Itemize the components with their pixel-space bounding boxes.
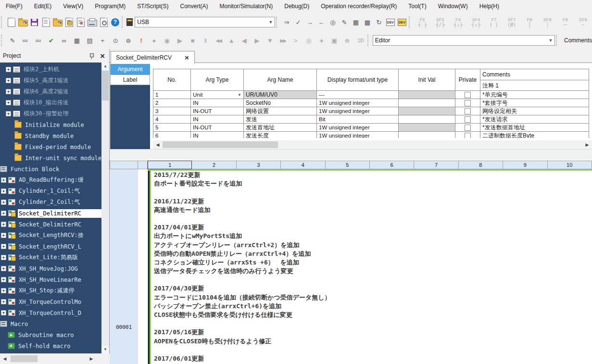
stopwatch-button[interactable]: ⊕ <box>341 34 353 47</box>
menu-monitor-simulator[interactable]: Monitor/Simulator(N) <box>214 0 279 13</box>
cell-comment[interactable]: *套接字号 <box>480 99 589 107</box>
ladder-column-6[interactable]: 6 <box>370 161 414 169</box>
trace-setting-button[interactable]: ⊚ <box>123 34 135 47</box>
tree-item[interactable]: +Socket_DelimiterRC <box>0 208 101 219</box>
cell-arg-name[interactable]: 发送长度 <box>244 132 317 138</box>
write-to-plc-button[interactable]: ⇒ <box>281 16 292 28</box>
monitor-warning-button[interactable]: ! <box>135 34 147 47</box>
cell-arg-type[interactable]: IN <box>191 115 244 124</box>
tree-item[interactable]: +Socket_LengthRCV:接 <box>0 230 101 241</box>
forced-set-button[interactable]: + <box>97 34 109 47</box>
scroll-up-icon[interactable]: ▲ <box>101 63 109 70</box>
tree-item[interactable]: +XH_SH_MoveJog:JOG <box>0 263 101 274</box>
fast-forward-button[interactable]: ▶▶ <box>277 34 289 47</box>
tree-expand-icon[interactable]: + <box>1 244 6 249</box>
cell-arg-name[interactable]: SocketNo <box>244 99 317 107</box>
tree-expand-icon[interactable]: + <box>1 255 6 260</box>
tree-expand-icon[interactable]: + <box>1 277 6 282</box>
ladder-column-9[interactable]: 9 <box>503 161 547 169</box>
cell-arg-type[interactable]: IN-OUT <box>191 124 244 132</box>
monitor-start-button[interactable]: ▩ <box>362 16 373 28</box>
ladder-symbol-sf5-button[interactable]: SF5┤/├ <box>431 15 449 29</box>
ladder-symbol-sf9-button[interactable]: SF9┄ <box>574 15 592 29</box>
ladder-column-4[interactable]: 4 <box>281 161 325 169</box>
time-display-button[interactable]: 12:0 <box>354 34 366 47</box>
circuit-trace-button[interactable]: ▦ <box>71 34 83 47</box>
print-button[interactable] <box>87 16 98 28</box>
tree-item[interactable]: +XH_TorqueControl_D <box>0 307 101 318</box>
ladder-column-10[interactable]: 10 <box>548 161 592 169</box>
cell-init-val[interactable] <box>399 107 455 115</box>
private-checkbox[interactable] <box>465 116 471 123</box>
stop-button[interactable]: ■ <box>187 34 199 47</box>
cell-comment[interactable]: *发送数据首地址 <box>480 124 589 132</box>
cell-arg-name[interactable]: 发送 <box>244 115 317 124</box>
tree-item[interactable]: +AD_ReadBuffering:缓 <box>0 175 101 186</box>
ladder-column-8[interactable]: 8 <box>459 161 503 169</box>
tree-expand-icon[interactable]: + <box>1 211 6 216</box>
tree-item[interactable]: +Socket_Lite:简易版 <box>0 252 101 263</box>
device-test-button[interactable]: ▤ <box>84 34 96 47</box>
tree-expand-icon[interactable]: + <box>6 100 11 105</box>
ladder-symbol-sf7-button[interactable]: SF7(Ø) <box>503 15 520 29</box>
refresh-button[interactable]: ↻ <box>374 16 384 28</box>
ladder-symbol-f4-button[interactable]: F4┤↓├ <box>449 15 467 29</box>
device-skip-button[interactable]: ▣ <box>328 34 340 47</box>
cell-display-format[interactable]: 1W unsigned integer <box>317 107 399 115</box>
menu-view[interactable]: View(V) <box>57 0 89 13</box>
tree-item[interactable]: +XH_SH_Stop:减速停 <box>0 285 101 296</box>
open-ladder-button[interactable]: ↷ <box>52 16 63 28</box>
argument-table-hscrollbar[interactable]: ◀▶ <box>153 140 592 149</box>
tree-expand-icon[interactable]: + <box>1 299 6 304</box>
tree-item[interactable]: +模块2_上料机 <box>0 64 101 75</box>
tree-item[interactable]: +XH_SH_MoveLinearRe <box>0 274 101 285</box>
private-checkbox[interactable] <box>465 125 471 131</box>
transfer-in-button[interactable]: → <box>304 16 315 28</box>
tree-item[interactable]: +模块6_高度2输送 <box>0 86 101 97</box>
hand-pause-button[interactable]: ∗ <box>315 34 327 47</box>
cell-arg-type[interactable]: Unit▼ <box>191 91 244 99</box>
private-checkbox[interactable] <box>465 108 471 114</box>
cell-init-val[interactable] <box>399 91 455 99</box>
tree-item[interactable]: +Socket_LengthRCV_L <box>0 241 101 252</box>
tree-item[interactable]: Standby module <box>0 130 101 141</box>
menu-tool[interactable]: Tool(T) <box>403 0 432 13</box>
fb-nav-argument[interactable]: Argument <box>110 64 150 75</box>
cell-init-val[interactable] <box>399 115 455 124</box>
play-button[interactable]: ▶ <box>174 34 186 47</box>
step-down-button[interactable]: ▼ <box>264 34 276 47</box>
comments-select[interactable]: Comments <box>564 37 592 44</box>
new-project-button[interactable] <box>6 16 17 28</box>
ladder-symbol-sf8-button[interactable]: SF8┊ <box>539 15 556 29</box>
tree-expand-icon[interactable]: + <box>1 288 6 293</box>
ladder-column-5[interactable]: 5 <box>326 161 370 169</box>
cell-comment[interactable]: 网络设定相关 <box>480 107 589 115</box>
menu-file[interactable]: File(F) <box>0 0 28 13</box>
save-project-button[interactable] <box>29 16 40 28</box>
tree-expand-icon[interactable]: + <box>1 177 6 183</box>
tree-expand-icon[interactable]: + <box>1 222 6 227</box>
pause-button[interactable]: ‖ <box>200 34 212 47</box>
rewind-button[interactable]: ◀◀ <box>213 34 225 47</box>
verify-with-plc-button[interactable]: ✓ <box>293 16 303 28</box>
cell-display-format[interactable]: 1W unsigned integer <box>317 124 399 132</box>
tree-expand-icon[interactable]: + <box>6 89 11 94</box>
transfer-out-button[interactable]: ← <box>316 16 327 28</box>
ladder-column-7[interactable]: 7 <box>414 161 458 169</box>
menu-help[interactable]: Help(H) <box>474 0 505 13</box>
record-outline-button[interactable]: ◉ <box>161 34 173 47</box>
connection-destination-select[interactable]: USB▼ <box>135 17 275 27</box>
cell-display-format[interactable]: 1W unsigned integer <box>317 99 399 107</box>
cell-display-format[interactable]: 1W unsigned integer <box>317 132 399 138</box>
note-edit-button[interactable]: ≕ <box>32 34 44 47</box>
scroll-down-icon[interactable]: ▼ <box>101 346 109 353</box>
tree-item[interactable]: Subroutine macro <box>0 329 101 340</box>
pin-icon[interactable] <box>89 53 94 59</box>
cell-arg-name[interactable]: 发送首地址 <box>244 124 317 132</box>
cell-init-val[interactable] <box>399 99 455 107</box>
save-ladder-button[interactable] <box>41 16 51 28</box>
tree-item[interactable]: +Cylinder_2_Coil:气 <box>0 197 101 208</box>
tab-close-icon[interactable]: × <box>184 54 189 61</box>
project-tree-vscrollbar[interactable]: ▲▼ <box>101 63 109 353</box>
private-checkbox[interactable] <box>465 92 471 98</box>
